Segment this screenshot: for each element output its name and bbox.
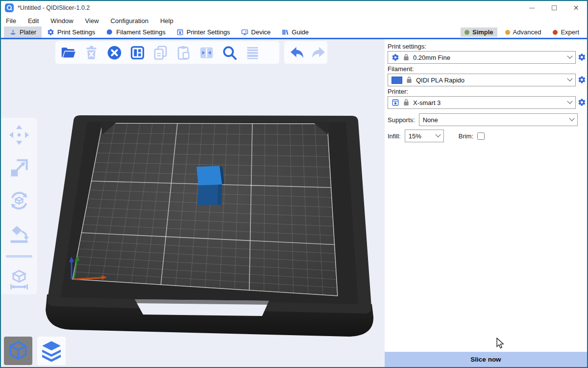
tab-label: Device [251,28,271,36]
copy-button[interactable] [152,44,169,61]
minimize-icon [529,8,535,8]
brim-checkbox[interactable] [477,132,485,140]
scale-icon [8,157,30,179]
tab-bar: Plater Print Settings Filament Settings … [1,26,587,39]
tab-printer-settings[interactable]: Printer Settings [171,26,236,38]
simple-dot-icon [465,30,469,35]
tab-plater[interactable]: Plater [4,26,42,38]
mode-advanced[interactable]: Advanced [501,27,545,37]
open-file-button[interactable] [60,44,77,61]
rotate-icon [8,190,30,211]
tab-label: Printer Settings [187,28,230,36]
mouse-cursor [496,338,505,349]
mode-simple[interactable]: Simple [461,27,497,37]
expert-dot-icon [553,30,558,35]
print-settings-label: Print settings: [388,43,586,50]
printer-icon [176,28,184,36]
paste-button[interactable] [175,44,192,61]
3d-editor-view-button[interactable] [4,337,32,365]
menu-edit[interactable]: Edit [28,17,39,25]
close-button[interactable]: ✕ [565,1,587,15]
filament-label: Filament: [388,65,586,73]
delete-icon [83,45,99,61]
menu-help[interactable]: Help [160,17,173,25]
redo-button[interactable] [311,44,327,61]
redo-icon [311,45,327,61]
supports-label: Supports: [388,116,415,124]
supports-select[interactable]: None [419,113,578,126]
slice-now-button[interactable]: Slice now [385,352,587,367]
filament-value: QIDI PLA Rapido [416,77,465,84]
main-toolbar [55,41,279,64]
arrange-icon [129,45,146,61]
gear-icon [47,28,54,36]
filament-select[interactable]: QIDI PLA Rapido [388,74,576,86]
bed-plate [73,123,338,296]
printer-select[interactable]: X-smart 3 [388,96,576,109]
maximize-button[interactable] [543,1,565,15]
gizmo-toolbar [1,118,37,294]
menu-window[interactable]: Window [50,17,73,25]
printer-gear-button[interactable] [577,98,586,107]
brim-label: Brim: [459,132,473,140]
menu-file[interactable]: File [6,17,16,25]
filament-color-swatch [392,77,402,84]
close-icon: ✕ [573,4,579,11]
lock-icon [402,53,410,61]
device-icon [241,28,248,36]
place-on-face-button[interactable] [8,222,30,245]
printer-label: Printer: [388,88,586,95]
menu-bar: File Edit Window View Configuration Help [1,15,587,26]
lock-icon [402,99,410,106]
gizmo-separator [6,255,32,258]
chevron-down-icon [569,116,574,121]
delete-all-icon [106,45,122,61]
search-button[interactable] [221,44,238,61]
printer-icon [392,99,399,106]
tab-label: Filament Settings [116,28,165,36]
settings-sidebar: Print settings: 0.20mm Fine Filament: [385,39,587,367]
tab-filament-settings[interactable]: Filament Settings [100,26,171,38]
infill-select[interactable]: 15% [405,130,444,142]
chevron-down-icon [435,132,441,137]
split-objects-button[interactable] [198,44,215,61]
gear-icon [578,53,586,61]
arrange-button[interactable] [129,44,146,61]
minimize-button[interactable] [521,1,543,15]
print-settings-select[interactable]: 0.20mm Fine [388,51,576,64]
menu-view[interactable]: View [85,17,99,25]
3d-viewport[interactable] [1,39,385,367]
print-settings-value: 0.20mm Fine [413,54,450,61]
delete-all-button[interactable] [106,44,123,61]
tab-label: Plater [20,28,36,36]
mode-expert[interactable]: Expert [549,27,583,37]
gear-icon [578,76,586,84]
copy-icon [152,45,169,61]
split-objects-icon [198,45,215,61]
infill-value: 15% [409,132,421,140]
chevron-down-icon [567,99,572,104]
measure-icon [8,268,30,290]
scale-button[interactable] [8,157,30,179]
printer-value: X-smart 3 [413,99,441,106]
measure-button[interactable] [8,268,30,290]
filament-gear-button[interactable] [577,76,586,84]
move-button[interactable] [8,124,30,146]
tab-print-settings[interactable]: Print Settings [42,26,100,38]
undo-button[interactable] [289,44,305,61]
menu-configuration[interactable]: Configuration [111,17,148,25]
print-settings-gear-button[interactable] [577,53,586,62]
place-on-face-icon [8,223,30,244]
cube-3d-icon [6,339,30,363]
tab-device[interactable]: Device [236,26,276,38]
gear-icon [392,53,399,61]
preview-view-button[interactable] [37,337,66,365]
view-toggles [4,337,66,365]
variable-layer-height-button[interactable] [244,44,261,61]
delete-button[interactable] [83,44,100,61]
title-bar: *Untitled - QIDISlicer-1.0.2 ✕ [1,1,587,15]
tab-guide[interactable]: Guide [276,26,314,38]
rotate-button[interactable] [8,189,30,212]
undo-icon [289,45,305,61]
window-title: *Untitled - QIDISlicer-1.0.2 [18,4,90,11]
